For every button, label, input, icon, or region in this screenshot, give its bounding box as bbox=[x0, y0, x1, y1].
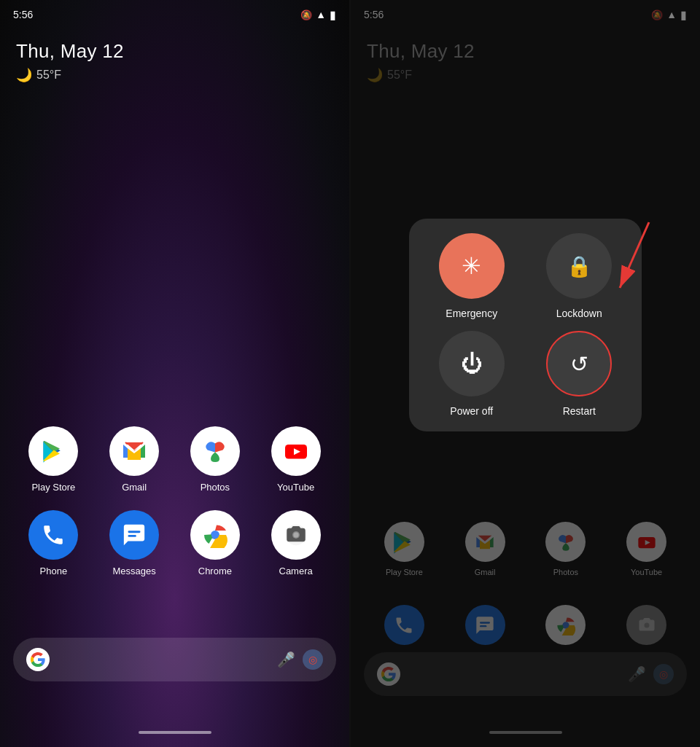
svg-point-9 bbox=[293, 532, 298, 537]
playstore-icon-left[interactable] bbox=[28, 426, 78, 476]
svg-rect-15 bbox=[480, 622, 490, 623]
left-app-youtube[interactable]: YouTube bbox=[265, 426, 327, 493]
messages-icon-left[interactable] bbox=[109, 510, 159, 560]
left-date-weather: Thu, May 12 🌙 55°F bbox=[16, 40, 124, 83]
emergency-circle[interactable]: ✳ bbox=[439, 233, 505, 299]
right-google-g-icon bbox=[377, 662, 400, 686]
left-photos-label: Photos bbox=[201, 482, 230, 493]
right-playstore-label: Play Store bbox=[386, 568, 423, 576]
restart-button[interactable]: ↺ Restart bbox=[532, 331, 628, 417]
left-time: 5:56 bbox=[13, 9, 33, 20]
power-menu: ✳ Emergency 🔒 Lockdown ⏻ Power off ↺ Res… bbox=[409, 219, 642, 431]
svg-point-19 bbox=[563, 622, 569, 627]
svg-rect-3 bbox=[128, 531, 141, 533]
youtube-icon-right bbox=[626, 522, 666, 562]
left-app-messages[interactable]: Messages bbox=[104, 510, 166, 576]
right-messages-icon bbox=[465, 605, 505, 645]
left-app-row-1: Play Store Gmail bbox=[13, 426, 336, 493]
camera-icon-left[interactable] bbox=[271, 510, 321, 560]
restart-circle[interactable]: ↺ bbox=[546, 331, 612, 396]
left-gmail-label: Gmail bbox=[122, 482, 147, 493]
left-app-photos[interactable]: Photos bbox=[184, 426, 246, 493]
phone-icon-left[interactable] bbox=[28, 510, 78, 560]
chrome-icon-left[interactable] bbox=[190, 510, 240, 560]
lens-icon[interactable]: ◎ bbox=[303, 649, 323, 670]
left-temp: 55°F bbox=[36, 69, 61, 82]
right-app-youtube: YouTube bbox=[615, 522, 677, 576]
right-phone-icon bbox=[384, 605, 424, 645]
poweroff-icon: ⏻ bbox=[461, 351, 483, 376]
poweroff-button[interactable]: ⏻ Power off bbox=[424, 331, 520, 417]
poweroff-label: Power off bbox=[450, 405, 493, 417]
left-app-row-2: Phone Messages bbox=[13, 510, 336, 576]
left-moon-icon: 🌙 bbox=[16, 67, 32, 83]
right-screen: 5:56 🔕 ▲ ▮ Thu, May 12 🌙 55°F ✳ Emergenc… bbox=[351, 0, 700, 747]
left-screen: 5:56 🔕 ▲ ▮ Thu, May 12 🌙 55°F bbox=[0, 0, 349, 747]
left-chrome-label: Chrome bbox=[198, 566, 232, 576]
svg-point-20 bbox=[644, 622, 649, 627]
left-home-indicator bbox=[139, 731, 211, 734]
left-status-bar: 5:56 🔕 ▲ ▮ bbox=[0, 0, 349, 29]
restart-icon: ↺ bbox=[570, 351, 588, 377]
right-app-photos: Photos bbox=[534, 522, 596, 576]
right-gmail-label: Gmail bbox=[475, 568, 496, 576]
mic-icon[interactable]: 🎤 bbox=[277, 651, 295, 668]
left-app-playstore[interactable]: Play Store bbox=[23, 426, 85, 493]
emergency-icon: ✳ bbox=[462, 252, 481, 280]
right-app-playstore: Play Store bbox=[373, 522, 435, 576]
left-app-gmail[interactable]: Gmail bbox=[104, 426, 166, 493]
google-g-icon bbox=[26, 648, 50, 671]
left-camera-label: Camera bbox=[279, 566, 313, 576]
right-search-bar: 🎤 ◎ bbox=[364, 652, 687, 696]
right-app-grid: Play Store Gmail bbox=[351, 522, 700, 594]
svg-rect-4 bbox=[128, 535, 136, 537]
lockdown-icon: 🔒 bbox=[567, 254, 592, 278]
left-search-bar[interactable]: 🎤 ◎ bbox=[13, 638, 336, 681]
left-app-chrome[interactable]: Chrome bbox=[184, 510, 246, 576]
right-photos-label: Photos bbox=[553, 568, 578, 576]
left-messages-label: Messages bbox=[113, 566, 156, 576]
playstore-icon-right bbox=[384, 522, 424, 562]
left-phone-label: Phone bbox=[40, 566, 68, 576]
right-bottom-apps bbox=[351, 605, 700, 645]
left-date: Thu, May 12 bbox=[16, 40, 124, 63]
left-app-grid: Play Store Gmail bbox=[0, 426, 349, 594]
emergency-label: Emergency bbox=[446, 308, 497, 319]
right-app-gmail: Gmail bbox=[454, 522, 516, 576]
youtube-icon-left[interactable] bbox=[271, 426, 321, 476]
right-app-row-1: Play Store Gmail bbox=[364, 522, 687, 576]
lockdown-circle[interactable]: 🔒 bbox=[546, 233, 612, 299]
wifi-icon: ▲ bbox=[316, 9, 326, 20]
right-camera-icon bbox=[626, 605, 666, 645]
lockdown-button[interactable]: 🔒 Lockdown bbox=[532, 233, 628, 319]
left-youtube-label: YouTube bbox=[277, 482, 314, 493]
left-weather-row: 🌙 55°F bbox=[16, 67, 124, 83]
restart-label: Restart bbox=[563, 405, 596, 417]
right-chrome-icon bbox=[545, 605, 586, 645]
left-playstore-label: Play Store bbox=[31, 482, 75, 493]
gmail-icon-left[interactable] bbox=[109, 426, 159, 476]
battery-icon: ▮ bbox=[330, 8, 336, 22]
poweroff-circle[interactable]: ⏻ bbox=[439, 331, 505, 396]
lockdown-label: Lockdown bbox=[556, 308, 602, 319]
left-status-icons: 🔕 ▲ ▮ bbox=[300, 8, 336, 22]
right-youtube-label: YouTube bbox=[631, 568, 662, 576]
photos-icon-left[interactable] bbox=[190, 426, 240, 476]
mute-icon: 🔕 bbox=[300, 9, 312, 20]
emergency-button[interactable]: ✳ Emergency bbox=[424, 233, 520, 319]
photos-icon-right bbox=[545, 522, 586, 562]
gmail-icon-right bbox=[465, 522, 505, 562]
svg-rect-16 bbox=[480, 625, 486, 627]
left-app-camera[interactable]: Camera bbox=[265, 510, 327, 576]
left-app-phone[interactable]: Phone bbox=[23, 510, 85, 576]
svg-point-7 bbox=[211, 531, 219, 539]
